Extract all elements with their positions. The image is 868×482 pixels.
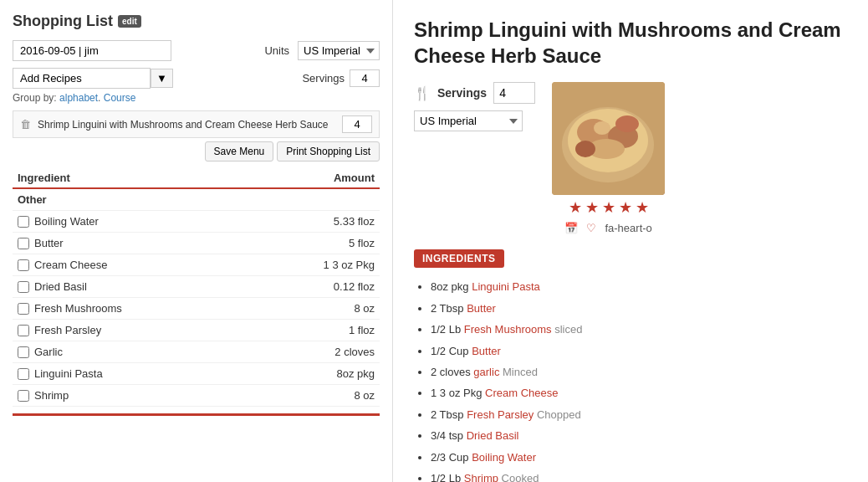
- ingredients-list: 8oz pkg Linguini Pasta2 Tbsp Butter1/2 L…: [431, 276, 847, 482]
- ingredient-list-item: 8oz pkg Linguini Pasta: [431, 276, 847, 297]
- ingredient-name: Dried Basil: [34, 280, 87, 293]
- ingredient-list-item: 1/2 Lb Fresh Mushrooms sliced: [431, 319, 847, 340]
- ingredient-link[interactable]: Dried Basil: [467, 429, 519, 442]
- ingredient-link[interactable]: Shrimp: [464, 472, 498, 482]
- table-row: Butter 5 floz: [13, 233, 380, 254]
- ingredient-checkbox[interactable]: [18, 368, 29, 380]
- ingredient-desc: Cooked: [502, 472, 539, 482]
- ingredient-cell: Fresh Parsley: [13, 320, 252, 341]
- ingredient-checkbox[interactable]: [18, 325, 29, 336]
- ingredient-name: Garlic: [34, 346, 63, 358]
- calendar-icon: 📅: [564, 222, 578, 234]
- ingredient-list-item: 2 Tbsp Fresh Parsley Chopped: [431, 404, 847, 425]
- star-5: ★: [636, 198, 649, 217]
- ingredient-list-item: 2/3 Cup Boiling Water: [431, 447, 847, 468]
- section-other-header: Other: [13, 188, 380, 211]
- image-stars-section: ★ ★ ★ ★ ★ 📅 ♡ fa-heart-o: [552, 82, 665, 234]
- recipe-row: 🗑 Shrimp Linguini with Mushrooms and Cre…: [13, 110, 380, 138]
- save-menu-button[interactable]: Save Menu: [205, 141, 274, 162]
- add-recipes-button[interactable]: ▼: [151, 69, 173, 88]
- ingredient-name: Fresh Parsley: [34, 324, 101, 336]
- amount-cell: 5.33 floz: [252, 211, 380, 233]
- ingredient-link[interactable]: Butter: [467, 302, 496, 315]
- ingredient-checkbox[interactable]: [18, 281, 29, 293]
- edit-badge[interactable]: edit: [118, 15, 141, 28]
- heart-icon[interactable]: ♡: [586, 222, 596, 234]
- amount-cell: 8oz pkg: [252, 363, 380, 385]
- svg-point-6: [575, 141, 595, 157]
- ingredient-name: Boiling Water: [34, 215, 99, 228]
- ingredient-link[interactable]: garlic: [473, 366, 499, 378]
- servings-input[interactable]: [350, 69, 380, 87]
- ingredient-list-item: 3/4 tsp Dried Basil: [431, 425, 847, 446]
- svg-point-7: [615, 115, 639, 132]
- servings-label: Servings: [302, 72, 345, 85]
- ingredient-link[interactable]: Butter: [472, 345, 501, 357]
- recipe-meta: 🍴 Servings US Imperial Metric: [414, 82, 847, 234]
- svg-point-8: [594, 121, 610, 135]
- ingredient-desc: Chopped: [537, 408, 581, 421]
- ingredient-link[interactable]: Linguini Pasta: [472, 280, 540, 293]
- recipe-image: [552, 82, 665, 195]
- amount-cell: 8 oz: [252, 298, 380, 320]
- units-dropdown[interactable]: US Imperial Metric: [414, 110, 523, 131]
- ingredient-checkbox[interactable]: [18, 390, 29, 402]
- ingredient-name: Cream Cheese: [34, 259, 107, 271]
- ingredient-cell: Shrimp: [13, 385, 252, 406]
- fork-icon: 🍴: [414, 85, 431, 101]
- ingredient-name: Butter: [34, 237, 64, 249]
- ingredient-cell: Garlic: [13, 341, 252, 362]
- ingredient-checkbox[interactable]: [18, 303, 29, 315]
- ingredient-cell: Dried Basil: [13, 276, 252, 297]
- table-header-row: Ingredient Amount: [13, 168, 380, 188]
- ingredient-cell: Cream Cheese: [13, 254, 252, 275]
- table-row: Linguini Pasta 8oz pkg: [13, 363, 380, 385]
- table-row: Shrimp 8 oz: [13, 385, 380, 407]
- star-4: ★: [619, 198, 632, 217]
- table-row: Dried Basil 0.12 floz: [13, 276, 380, 298]
- ingredient-checkbox[interactable]: [18, 259, 29, 271]
- ingredient-link[interactable]: Fresh Parsley: [467, 408, 534, 421]
- servings-section: 🍴 Servings US Imperial Metric: [414, 82, 535, 131]
- date-input[interactable]: [13, 40, 171, 61]
- col-amount: Amount: [252, 168, 380, 188]
- units-row: US Imperial Metric: [414, 110, 535, 131]
- ingredient-checkbox[interactable]: [18, 216, 29, 228]
- recipe-qty-input[interactable]: [342, 115, 372, 133]
- ingredient-link[interactable]: Cream Cheese: [485, 387, 558, 399]
- units-select[interactable]: US Imperial Metric: [298, 41, 380, 60]
- add-recipes-select[interactable]: Add Recipes: [13, 68, 151, 89]
- ingredient-link[interactable]: Fresh Mushrooms: [464, 323, 552, 336]
- ingredient-checkbox[interactable]: [18, 346, 29, 358]
- ingredient-cell: Linguini Pasta: [13, 363, 252, 384]
- ingredient-name: Linguini Pasta: [34, 367, 103, 380]
- ingredient-checkbox[interactable]: [18, 238, 29, 249]
- ingredient-cell: Butter: [13, 233, 252, 254]
- action-buttons: Save Menu Print Shopping List: [13, 141, 380, 162]
- table-row: Fresh Mushrooms 8 oz: [13, 298, 380, 320]
- print-shopping-list-button[interactable]: Print Shopping List: [277, 141, 380, 162]
- recipe-title: Shrimp Linguini with Mushrooms and Cream…: [414, 17, 847, 69]
- right-panel: Shrimp Linguini with Mushrooms and Cream…: [393, 0, 868, 482]
- star-3: ★: [602, 198, 615, 217]
- title-text: Shopping List: [13, 13, 113, 30]
- top-row: Units US Imperial Metric: [13, 40, 380, 61]
- ingredients-badge: INGREDIENTS: [414, 249, 504, 268]
- recipe-name: Shrimp Linguini with Mushrooms and Cream…: [38, 119, 342, 131]
- ingredient-cell: Boiling Water: [13, 211, 252, 232]
- amount-cell: 0.12 floz: [252, 276, 380, 298]
- servings-label-row: 🍴 Servings: [414, 82, 535, 104]
- star-1: ★: [569, 198, 582, 217]
- ingredient-list-item: 2 Tbsp Butter: [431, 298, 847, 319]
- ingredient-desc: Minced: [503, 366, 538, 378]
- units-label: Units: [264, 44, 289, 57]
- ingredient-list-item: 2 cloves garlic Minced: [431, 362, 847, 382]
- left-panel: Shopping List edit Units US Imperial Met…: [0, 0, 393, 482]
- trash-icon[interactable]: 🗑: [20, 118, 31, 131]
- ingredient-cell: Fresh Mushrooms: [13, 298, 252, 319]
- ingredient-link[interactable]: Boiling Water: [472, 451, 536, 464]
- groupby-alphabet-link[interactable]: alphabet: [59, 92, 98, 104]
- servings-number-input[interactable]: [493, 82, 535, 104]
- groupby-course-link[interactable]: Course: [104, 92, 136, 104]
- servings-title: Servings: [437, 86, 487, 100]
